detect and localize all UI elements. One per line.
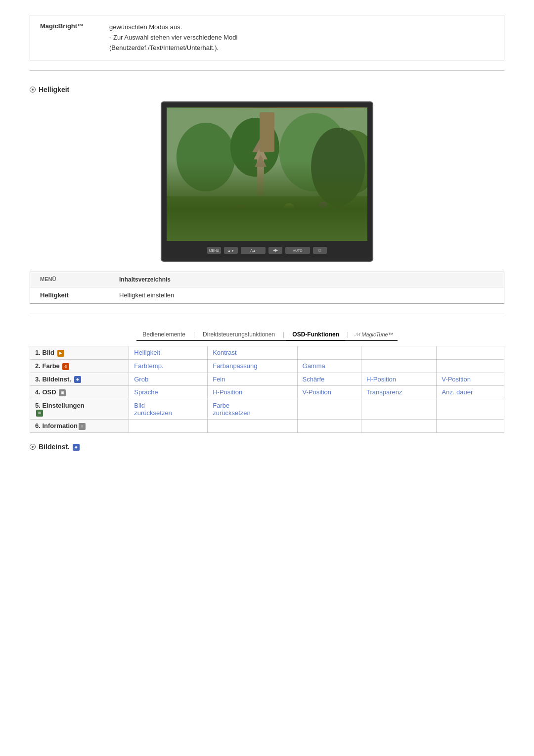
cell-empty-3 xyxy=(437,346,504,360)
top-box-line3: (Benutzerdef./Text/Internet/Unterhalt.). xyxy=(109,44,219,51)
menu-box-header: MENÜ Inhaltsverzeichnis xyxy=(30,272,504,287)
menu-item-information: 6. Informationi xyxy=(30,420,129,433)
cell-farbtemp[interactable]: Farbtemp. xyxy=(129,359,208,373)
cell-anz-dauer[interactable]: Anz. dauer xyxy=(437,386,504,399)
circle-icon xyxy=(30,87,36,93)
bildeinst-badge: ◈ xyxy=(73,444,80,451)
monitor-base: MENU ▲▼ A▲ ◀▶ AUTO ◻ xyxy=(167,245,367,256)
monitor-btn-power[interactable]: ◻ xyxy=(313,247,327,254)
monitor-btn-arrows[interactable]: ▲▼ xyxy=(224,247,238,254)
menu-item-bild: 1. Bild ▶ xyxy=(30,346,129,360)
cell-helligkeit[interactable]: Helligkeit xyxy=(129,346,208,360)
cell-empty-5 xyxy=(437,359,504,373)
svg-point-2 xyxy=(230,118,279,177)
menu-item-einstellungen: 5. Einstellungen⊞ xyxy=(30,399,129,420)
monitor-wrapper: MENU ▲▼ A▲ ◀▶ AUTO ◻ xyxy=(30,101,504,262)
cell-empty-4 xyxy=(361,359,437,373)
magic-tune-label: MagicTune™ xyxy=(361,331,394,337)
cell-hposition-4[interactable]: H-Position xyxy=(208,386,297,399)
monitor-btn-auto[interactable]: AUTO xyxy=(285,247,310,254)
monitor: MENU ▲▼ A▲ ◀▶ AUTO ◻ xyxy=(161,101,373,262)
nav-sep-2: | xyxy=(281,331,286,338)
cell-gamma[interactable]: Gamma xyxy=(297,359,361,373)
menu-col2-header: Inhaltsverzeichnis xyxy=(119,276,171,283)
bildeinst-title: Bildeinst. ◈ xyxy=(30,443,504,451)
bildeinst-section: Bildeinst. ◈ xyxy=(30,443,504,451)
info-icon: i xyxy=(79,423,86,430)
top-box-line2: - Zur Auswahl stehen vier verschiedene M… xyxy=(109,34,237,41)
menu-col1-header: MENÜ xyxy=(40,276,119,283)
menu-item-farbe: 2. Farbe ⊙ xyxy=(30,359,129,373)
cell-grob[interactable]: Grob xyxy=(129,373,208,386)
svg-point-16 xyxy=(311,128,365,206)
tab-magictune[interactable]: 𝓜 MagicTune™ xyxy=(351,330,398,339)
bildeinst-circle-icon xyxy=(30,444,36,450)
table-row: 1. Bild ▶ Helligkeit Kontrast xyxy=(30,346,504,360)
nav-sep-1: | xyxy=(191,331,197,338)
nav-sep-3: | xyxy=(345,331,351,338)
helligkeit-title: Helligkeit xyxy=(30,86,504,94)
magic-bright-label: MagicBright™ xyxy=(40,22,99,53)
cell-empty-8 xyxy=(437,399,504,420)
cell-vposition-4[interactable]: V-Position xyxy=(297,386,361,399)
nav-tabs: Bedienelemente | Direktsteuerungsfunktio… xyxy=(136,329,397,341)
tab-osd-funktionen[interactable]: OSD-Funktionen xyxy=(286,329,345,341)
svg-point-12 xyxy=(284,203,295,214)
svg-rect-18 xyxy=(225,211,304,215)
bildeinst-icon: ◈ xyxy=(74,376,81,383)
svg-point-11 xyxy=(260,211,269,221)
svg-point-14 xyxy=(319,202,328,211)
table-row: 3. Bildeinst. ◈ Grob Fein Schärfe H-Posi… xyxy=(30,373,504,386)
nav-tabs-wrapper: Bedienelemente | Direktsteuerungsfunktio… xyxy=(30,329,504,341)
svg-rect-17 xyxy=(216,216,313,220)
cell-empty-11 xyxy=(297,420,361,433)
cell-hposition-3[interactable]: H-Position xyxy=(361,373,437,386)
svg-point-10 xyxy=(234,205,246,217)
cell-sprache[interactable]: Sprache xyxy=(129,386,208,399)
menu-item-osd: 4. OSD ▣ xyxy=(30,386,129,399)
monitor-btn-lr[interactable]: ◀▶ xyxy=(268,247,282,254)
cell-empty-2 xyxy=(361,346,437,360)
helligkeit-label: Helligkeit xyxy=(39,86,69,94)
garden-scene xyxy=(167,107,367,241)
svg-rect-5 xyxy=(167,196,367,240)
cell-empty-7 xyxy=(361,399,437,420)
cell-kontrast[interactable]: Kontrast xyxy=(208,346,297,360)
svg-point-13 xyxy=(309,209,318,219)
table-row: 6. Informationi xyxy=(30,420,504,433)
bildeinst-label: Bildeinst. ◈ xyxy=(39,443,80,451)
menu-box: MENÜ Inhaltsverzeichnis Helligkeit Helli… xyxy=(30,272,504,304)
helligkeit-section: Helligkeit xyxy=(30,86,504,262)
svg-point-1 xyxy=(177,123,235,191)
monitor-screen xyxy=(167,107,367,241)
cell-empty-6 xyxy=(297,399,361,420)
table-row: 2. Farbe ⊙ Farbtemp. Farbanpassung Gamma xyxy=(30,359,504,373)
bild-icon: ▶ xyxy=(57,350,64,357)
osd-icon: ▣ xyxy=(59,389,66,396)
osd-table: 1. Bild ▶ Helligkeit Kontrast 2. Farbe ⊙… xyxy=(30,346,504,432)
cell-fein[interactable]: Fein xyxy=(208,373,297,386)
cell-empty-1 xyxy=(297,346,361,360)
cell-farbanpassung[interactable]: Farbanpassung xyxy=(208,359,297,373)
cell-transparenz[interactable]: Transparenz xyxy=(361,386,437,399)
table-row: 5. Einstellungen⊞ Bildzurücksetzen Farbe… xyxy=(30,399,504,420)
divider-2 xyxy=(30,314,504,314)
cell-empty-10 xyxy=(208,420,297,433)
cell-bild-zurueck[interactable]: Bildzurücksetzen xyxy=(129,399,208,420)
tab-bedienelemente[interactable]: Bedienelemente xyxy=(136,329,191,340)
top-box-content: gewünschten Modus aus. - Zur Auswahl ste… xyxy=(109,22,237,53)
monitor-btn-a[interactable]: A▲ xyxy=(241,247,266,254)
tab-direktsteuerung[interactable]: Direktsteuerungsfunktionen xyxy=(197,329,281,340)
menu-row-col1: Helligkeit xyxy=(40,291,119,299)
cell-empty-12 xyxy=(361,420,437,433)
cell-vposition-3[interactable]: V-Position xyxy=(437,373,504,386)
svg-rect-15 xyxy=(333,172,343,240)
top-box: MagicBright™ gewünschten Modus aus. - Zu… xyxy=(30,15,504,60)
table-row: 4. OSD ▣ Sprache H-Position V-Position T… xyxy=(30,386,504,399)
cell-empty-9 xyxy=(129,420,208,433)
cell-schaerfe[interactable]: Schärfe xyxy=(297,373,361,386)
monitor-btn-menu[interactable]: MENU xyxy=(207,247,221,254)
cell-farbe-zurueck[interactable]: Farbezurücksetzen xyxy=(208,399,297,420)
menu-row-col2: Helligkeit einstellen xyxy=(119,291,174,299)
divider-1 xyxy=(30,70,504,71)
